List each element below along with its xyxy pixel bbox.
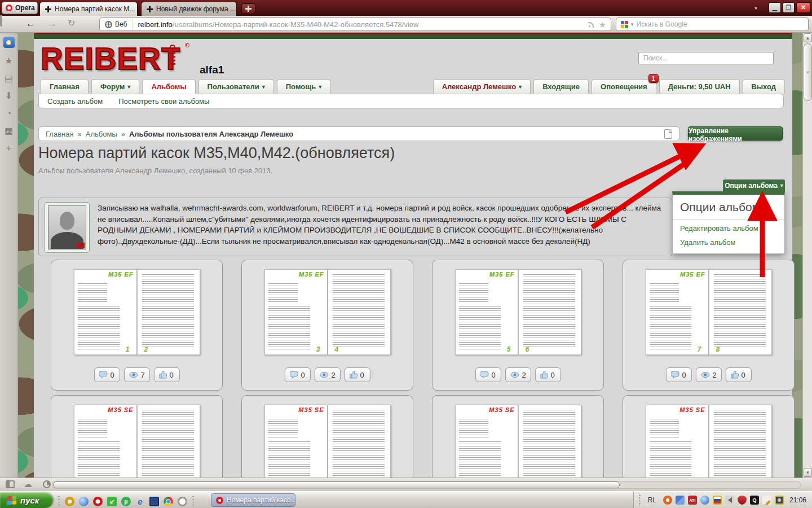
reload-icon[interactable]: ↻ <box>68 19 75 28</box>
browser-tab-active[interactable]: Номера партий касок М... ✕ <box>39 2 138 16</box>
tray-globe-icon[interactable] <box>700 496 709 505</box>
url-field[interactable]: Веб reibert.info/useralbums/Номера-парти… <box>99 17 611 31</box>
comments-stat-button[interactable]: 0 <box>665 367 691 382</box>
likes-stat-button[interactable]: 0 <box>726 367 752 382</box>
album-thumbnail[interactable]: M35 EF 7 8 <box>646 269 772 355</box>
antivirus-icon[interactable] <box>65 497 74 506</box>
downloads-icon[interactable]: ⬇ <box>5 91 12 100</box>
display-settings-icon[interactable] <box>149 497 159 506</box>
tray-ati-icon[interactable]: ATI <box>688 496 697 505</box>
opera-link-cloud-icon[interactable]: ☁ <box>24 479 32 489</box>
likes-stat-button[interactable]: 0 <box>345 367 370 382</box>
tray-flag-icon[interactable] <box>713 496 722 505</box>
tray-shield-icon[interactable] <box>738 496 747 505</box>
browser-tab-inactive[interactable]: Новый движок форума ... ✕ <box>141 2 237 16</box>
panel-toggle-icon[interactable] <box>6 480 15 488</box>
search-engine-chevron-icon[interactable]: ▾ <box>631 21 634 27</box>
site-search-input[interactable] <box>643 54 769 62</box>
google-search-input[interactable] <box>637 20 804 28</box>
album-thumbnail[interactable]: M35 SE <box>264 405 391 478</box>
scrollbar-thumb[interactable]: ≡ <box>804 43 812 101</box>
inbox-button[interactable]: Входящие <box>533 79 589 94</box>
bookmark-star-icon[interactable]: ★ <box>599 20 606 29</box>
nav-tab[interactable]: Помощь <box>277 79 331 94</box>
tab-list-chevron-icon[interactable]: ▾ <box>754 5 757 11</box>
window-close-button[interactable]: ✕ <box>796 2 810 13</box>
horizontal-scrollbar-thumb[interactable] <box>53 481 620 488</box>
google-search-field[interactable]: ▾ <box>616 17 809 31</box>
browser-globe-icon[interactable] <box>79 497 89 506</box>
comments-stat-button[interactable]: 0 <box>94 367 120 382</box>
views-stat-button[interactable]: 2 <box>695 367 721 382</box>
tray-clock[interactable]: 21:06 <box>789 496 806 504</box>
album-thumbnail[interactable]: M35 SE <box>74 405 200 478</box>
internet-explorer-icon[interactable]: e <box>135 497 145 506</box>
likes-stat-button[interactable]: 0 <box>535 367 561 382</box>
start-button[interactable]: пуск <box>0 492 53 508</box>
nav-tab[interactable]: Форум <box>91 79 140 94</box>
view-own-albums-link[interactable]: Посмотреть свои альбомы <box>118 97 209 106</box>
nav-tab[interactable]: Альбомы <box>142 79 195 94</box>
horizontal-scrollbar[interactable] <box>52 481 801 489</box>
opera-quicklaunch-icon[interactable] <box>93 497 103 506</box>
delete-album-menu-item[interactable]: Удалить альбом <box>673 234 784 253</box>
web-badge[interactable]: Веб <box>100 18 133 30</box>
window-minimize-button[interactable]: ▁ <box>769 2 781 13</box>
scroll-down-icon[interactable]: ▼ <box>804 468 812 477</box>
album-thumbnail[interactable]: M35 EF 1 2 <box>74 269 200 355</box>
album-options-button[interactable]: Опции альбома <box>723 179 785 191</box>
page-doc-icon[interactable] <box>664 129 672 139</box>
album-thumbnail[interactable]: M35 EF 3 4 <box>264 269 391 355</box>
new-tab-button[interactable] <box>241 3 255 14</box>
site-search-box[interactable] <box>638 52 774 64</box>
logout-button[interactable]: Выход <box>743 79 785 94</box>
tray-agent-icon[interactable] <box>663 496 672 505</box>
speed-dial-icon[interactable] <box>3 37 15 48</box>
views-stat-button[interactable]: 7 <box>123 367 149 382</box>
language-indicator[interactable]: RL <box>645 496 660 505</box>
views-stat-button[interactable]: 2 <box>314 367 340 382</box>
edit-album-menu-item[interactable]: Редактировать альбом <box>673 220 784 234</box>
user-menu-button[interactable]: Александр Лемешко <box>433 79 531 94</box>
bookmarks-star-icon[interactable]: ★ <box>5 56 12 65</box>
wand-password-icon[interactable] <box>0 15 2 27</box>
avatar[interactable] <box>45 202 90 253</box>
opera-turbo-icon[interactable] <box>43 480 51 488</box>
chrome-icon[interactable] <box>164 497 173 506</box>
opera-menu-button[interactable]: Opera <box>2 2 38 14</box>
opera-task-button[interactable]: Номера партий касо... <box>211 493 295 507</box>
notes-icon[interactable]: ▤ <box>5 74 13 83</box>
album-thumbnail[interactable]: M35 SE <box>455 405 581 478</box>
window-restore-button[interactable]: ❐ <box>783 2 795 13</box>
app-ring-icon[interactable] <box>178 497 187 506</box>
scroll-up-icon[interactable]: ▲ <box>804 33 812 42</box>
tray-volume-icon[interactable] <box>725 496 734 505</box>
tray-network-icon[interactable] <box>676 496 685 505</box>
breadcrumb-home-link[interactable]: Главная <box>46 130 73 138</box>
money-button[interactable]: Деньги: 9,50 UAH <box>659 79 740 94</box>
windows-panel-icon[interactable]: ▦ <box>5 126 13 135</box>
history-clock-icon[interactable]: ◔ <box>6 109 12 118</box>
album-thumbnail[interactable]: M35 SE <box>646 405 772 478</box>
add-panel-icon[interactable]: + <box>6 144 11 153</box>
nav-tab[interactable]: Главная <box>41 79 89 94</box>
breadcrumb-albums-link[interactable]: Альбомы <box>86 130 117 138</box>
comments-stat-button[interactable]: 0 <box>284 367 310 382</box>
views-stat-button[interactable]: 2 <box>505 367 531 382</box>
tray-radio-icon[interactable]: ◉ <box>775 496 784 505</box>
rss-icon[interactable] <box>588 21 595 28</box>
nav-tab[interactable]: Пользователи <box>198 79 274 94</box>
tray-pencil-icon[interactable] <box>762 496 771 505</box>
back-icon[interactable]: ← <box>26 19 36 28</box>
likes-stat-button[interactable]: 0 <box>154 367 180 382</box>
manage-images-button[interactable]: Управление изображениями <box>688 126 783 141</box>
download-arrow-icon[interactable]: ↙ <box>107 497 117 506</box>
utorrent-icon[interactable]: µ <box>121 497 131 506</box>
comments-stat-button[interactable]: 0 <box>475 367 501 382</box>
alerts-button[interactable]: Оповещения 1 <box>592 79 656 94</box>
site-logo[interactable]: REIBERT <box>41 41 180 77</box>
forward-icon[interactable]: → <box>47 19 57 28</box>
tray-q-icon[interactable]: Q <box>750 496 759 505</box>
album-thumbnail[interactable]: M35 EF 5 6 <box>455 269 581 355</box>
vertical-scrollbar[interactable]: ▲ ≡ ▼ <box>802 33 812 478</box>
